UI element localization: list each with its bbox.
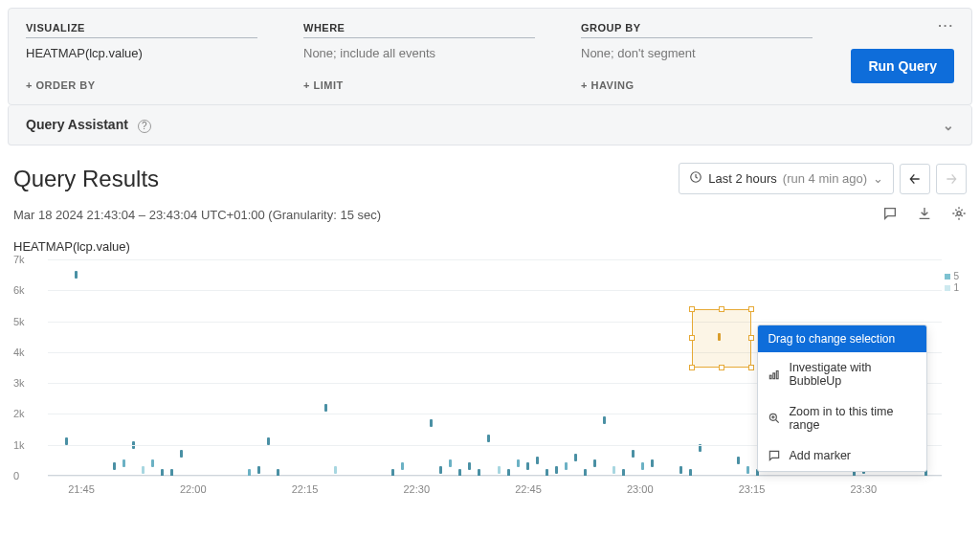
groupby-value[interactable]: None; don't segment [581,44,813,70]
heatmap-cell[interactable] [122,459,125,467]
x-tick: 22:30 [404,483,431,495]
heatmap-cell[interactable] [536,457,539,464]
heatmap-cell[interactable] [151,459,154,467]
heatmap-cell[interactable] [401,462,404,470]
visualize-label: VISUALIZE [26,22,257,38]
selection-handle[interactable] [719,306,724,312]
selection-handle[interactable] [748,365,754,370]
selection-handle[interactable] [689,306,695,312]
context-menu-item[interactable]: Zoom in to this time range [758,396,926,440]
heatmap-cell[interactable] [555,466,558,474]
where-label: WHERE [303,22,535,38]
heatmap-cell[interactable] [574,454,577,461]
heatmap-cell[interactable] [487,435,490,442]
chevron-down-icon: ⌄ [943,118,954,133]
gear-icon[interactable] [951,206,967,224]
heatmap-cell[interactable] [526,462,529,470]
heatmap-cell[interactable] [565,462,568,470]
context-menu-item-label: Investigate with BubbleUp [789,361,917,388]
nav-back-button[interactable] [900,164,930,194]
help-icon: ? [138,120,151,133]
heatmap-cell[interactable] [334,466,337,474]
heatmap-cell[interactable] [449,459,452,467]
heatmap-cell[interactable] [612,466,615,474]
selection-handle[interactable] [719,365,724,370]
time-range-detail: Mar 18 2024 21:43:04 – 23:43:04 UTC+01:0… [13,208,381,222]
heatmap-cell[interactable] [430,419,433,427]
time-range-button[interactable]: Last 2 hours (run 4 min ago) ⌄ [679,163,894,194]
marker-icon [768,449,781,462]
x-tick: 22:15 [292,483,319,495]
y-tick: 7k [13,254,25,265]
heatmap-cell[interactable] [142,466,145,474]
y-tick: 2k [13,408,25,419]
run-query-button[interactable]: Run Query [851,49,954,83]
heatmap-cell[interactable] [651,459,654,467]
y-tick: 4k [13,347,25,358]
context-menu-item-label: Add marker [789,449,851,462]
heatmap-cell[interactable] [75,271,78,279]
x-tick: 23:30 [851,483,878,495]
add-having[interactable]: + HAVING [581,70,634,104]
heatmap-cell[interactable] [498,466,501,474]
y-tick: 5k [13,316,25,327]
context-menu: Drag to change selectionInvestigate with… [757,324,927,472]
add-orderby[interactable]: + ORDER BY [26,70,96,104]
x-tick: 23:00 [627,483,654,495]
y-tick: 6k [13,284,25,296]
x-tick: 22:45 [515,483,542,495]
bubbleup-icon [768,368,781,381]
y-tick: 3k [13,377,25,389]
x-tick: 23:15 [739,483,766,495]
time-ago: (run 4 min ago) [783,171,867,186]
heatmap-cell[interactable] [257,466,260,474]
zoom-icon [768,412,781,425]
query-assistant-label: Query Assistant [26,117,128,132]
context-menu-item[interactable]: Investigate with BubbleUp [758,352,926,396]
heatmap-cell[interactable] [439,466,442,474]
heatmap-cell[interactable] [641,462,644,470]
y-tick: 0 [13,470,19,481]
x-tick: 22:00 [180,483,207,495]
svg-rect-2 [770,375,772,379]
heatmap-cell[interactable] [746,466,749,474]
heatmap-chart[interactable]: 5 1 01k2k3k4k5k6k7k21:4522:0022:1522:302… [13,259,961,499]
heatmap-cell[interactable] [517,459,520,467]
nav-forward-button[interactable] [936,164,967,194]
visualize-value[interactable]: HEATMAP(lcp.value) [26,44,257,70]
heatmap-cell[interactable] [468,462,471,470]
svg-rect-4 [777,370,779,378]
heatmap-cell[interactable] [113,462,116,470]
query-assistant-toggle[interactable]: Query Assistant ? ⌄ [8,105,972,145]
results-title: Query Results [13,166,159,192]
context-menu-title: Drag to change selection [758,325,926,352]
heatmap-legend: 5 1 [945,271,959,294]
download-icon[interactable] [917,206,932,224]
heatmap-cell[interactable] [324,404,327,412]
selection-handle[interactable] [689,365,695,370]
selection-handle[interactable] [689,335,695,341]
selection-box[interactable] [692,309,752,368]
y-tick: 1k [13,439,25,451]
add-limit[interactable]: + LIMIT [303,70,344,104]
comment-icon[interactable] [882,206,898,224]
where-value[interactable]: None; include all events [303,44,535,70]
heatmap-cell[interactable] [679,466,682,474]
chevron-down-icon: ⌄ [873,171,883,186]
heatmap-cell[interactable] [593,459,596,467]
heatmap-cell[interactable] [180,450,183,458]
more-icon[interactable]: ··· [938,18,954,33]
x-tick: 21:45 [68,483,95,495]
groupby-label: GROUP BY [581,22,813,38]
clock-icon [689,170,702,187]
heatmap-cell[interactable] [603,416,606,424]
query-builder: ··· VISUALIZE HEATMAP(lcp.value) + ORDER… [8,8,972,105]
heatmap-cell[interactable] [632,450,635,458]
selection-handle[interactable] [748,335,754,341]
time-range-label: Last 2 hours [708,171,777,186]
heatmap-cell[interactable] [737,457,740,464]
context-menu-item[interactable]: Add marker [758,440,926,471]
chart-title: HEATMAP(lcp.value) [0,230,980,254]
svg-point-1 [957,212,961,215]
selection-handle[interactable] [748,306,754,312]
